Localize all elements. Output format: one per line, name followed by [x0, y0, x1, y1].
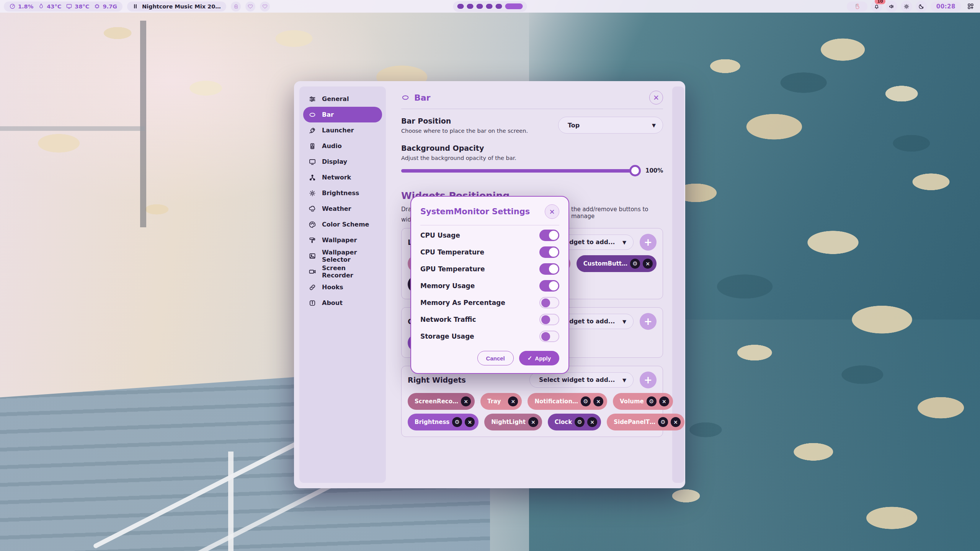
sidebar-item-weather[interactable]: Weather — [303, 201, 382, 217]
workspace-dot[interactable] — [467, 4, 474, 9]
toggle-row-network-traffic: Network Traffic — [420, 311, 559, 328]
add-widget-button[interactable]: + — [640, 372, 657, 388]
cloud-rain-icon — [309, 205, 316, 213]
widget-chip-notification[interactable]: Notification… ⚙ × — [528, 393, 607, 410]
add-widget-button[interactable]: + — [640, 234, 657, 251]
chip-remove-icon[interactable]: × — [671, 417, 681, 427]
widget-chip-screenrecorder[interactable]: ScreenReco… × — [408, 393, 475, 410]
sidebar-item-audio[interactable]: Audio — [303, 138, 382, 154]
sidebar-item-wallpaper[interactable]: Wallpaper — [303, 232, 382, 248]
chevron-down-icon: ▼ — [652, 122, 656, 128]
chip-remove-icon[interactable]: × — [587, 417, 597, 427]
memory-usage-toggle[interactable] — [539, 280, 559, 292]
like-button[interactable] — [260, 2, 270, 11]
workspace-dot-active[interactable] — [505, 3, 523, 9]
background-opacity-slider[interactable] — [401, 169, 640, 173]
sidebar-item-display[interactable]: Display — [303, 154, 382, 170]
bar-position-dropdown[interactable]: Top ▼ — [558, 117, 663, 134]
sidebar-item-screen-recorder[interactable]: Screen Recorder — [303, 264, 382, 279]
bar-position-description: Choose where to place the bar on the scr… — [401, 128, 528, 134]
chip-label: ScreenReco… — [415, 398, 458, 405]
widget-chip-brightness[interactable]: Brightness ⚙ × — [408, 414, 479, 430]
sidebar-item-label: Display — [322, 158, 347, 165]
sidebar-item-label: Screen Recorder — [322, 264, 377, 279]
workspace-dot[interactable] — [477, 4, 483, 9]
sidebar-item-wallpaper-selector[interactable]: Wallpaper Selector — [303, 248, 382, 264]
background-opacity-value: 100% — [645, 167, 663, 174]
overview-button[interactable] — [965, 1, 976, 12]
cpu-temperature-toggle[interactable] — [539, 246, 559, 258]
tray-app-button[interactable] — [847, 2, 867, 11]
right-widget-add-dropdown[interactable]: Select widget to add... ▼ — [529, 372, 634, 388]
widget-chip-volume[interactable]: Volume ⚙ × — [613, 393, 673, 410]
sidebar-item-hooks[interactable]: Hooks — [303, 279, 382, 295]
toggle-row-cpu-temperature: CPU Temperature — [420, 244, 559, 261]
chip-settings-icon[interactable]: ⚙ — [647, 396, 657, 406]
chip-settings-icon[interactable]: ⚙ — [658, 417, 668, 427]
sidebar-item-about[interactable]: About — [303, 295, 382, 311]
brightness-button[interactable] — [901, 1, 912, 12]
toggle-knob — [549, 231, 558, 240]
sidebar-item-label: Wallpaper — [322, 236, 357, 244]
sidebar-item-general[interactable]: General — [303, 91, 382, 107]
chip-settings-icon[interactable]: ⚙ — [630, 259, 640, 269]
toggle-row-memory-as-percentage: Memory As Percentage — [420, 294, 559, 311]
chip-remove-icon[interactable]: × — [508, 396, 518, 406]
workspace-dot[interactable] — [457, 4, 464, 9]
chip-settings-icon[interactable]: ⚙ — [452, 417, 462, 427]
ghost-icon — [233, 3, 239, 10]
toggle-row-cpu-usage: CPU Usage — [420, 227, 559, 244]
chip-label: Clock — [555, 419, 572, 425]
media-player-pill[interactable]: Nightcore Music Mix 20… — [127, 2, 226, 11]
workspace-dot[interactable] — [486, 4, 493, 9]
window-close-button[interactable]: ✕ — [649, 91, 663, 104]
monitor-icon — [66, 3, 72, 10]
favorite-button[interactable] — [245, 2, 255, 11]
modal-close-button[interactable]: ✕ — [545, 204, 559, 219]
gpu-temperature-toggle[interactable] — [539, 263, 559, 275]
volume-button[interactable] — [886, 1, 897, 12]
chip-remove-icon[interactable]: × — [659, 396, 669, 406]
widget-chip-sidepanel[interactable]: SidePanelT… ⚙ × — [607, 414, 684, 430]
hand-sticker-icon — [854, 3, 861, 10]
widget-chip-clock[interactable]: Clock ⚙ × — [548, 414, 601, 430]
speaker-box-icon — [309, 142, 316, 150]
toggle-label: Memory As Percentage — [420, 299, 505, 306]
mascot-button[interactable] — [231, 2, 241, 11]
chip-remove-icon[interactable]: × — [643, 259, 653, 269]
wallpaper-post — [228, 452, 234, 551]
sidebar-item-launcher[interactable]: Launcher — [303, 122, 382, 138]
chip-remove-icon[interactable]: × — [593, 396, 603, 406]
widget-chip-custombutton[interactable]: CustomButt… ⚙ × — [577, 255, 657, 272]
night-light-button[interactable] — [916, 1, 927, 12]
toggle-row-gpu-temperature: GPU Temperature — [420, 261, 559, 277]
chip-remove-icon[interactable]: × — [465, 417, 475, 427]
chip-settings-icon[interactable]: ⚙ — [581, 396, 591, 406]
add-widget-button[interactable]: + — [640, 313, 657, 330]
storage-usage-toggle[interactable] — [539, 331, 559, 342]
systemmonitor-settings-modal: SystemMonitor Settings ✕ CPU Usage CPU T… — [410, 196, 569, 374]
bar-position-row: Bar Position Choose where to place the b… — [401, 117, 663, 134]
network-traffic-toggle[interactable] — [539, 314, 559, 325]
cpu-usage-toggle[interactable] — [539, 230, 559, 241]
sidebar-item-bar[interactable]: Bar — [303, 107, 382, 122]
memory-as-percentage-toggle[interactable] — [539, 297, 559, 308]
bar-oval-icon — [309, 111, 316, 119]
widget-chip-tray[interactable]: Tray × — [480, 393, 522, 410]
workspace-dot[interactable] — [496, 4, 502, 9]
chip-settings-icon[interactable]: ⚙ — [575, 417, 585, 427]
slider-thumb[interactable] — [629, 165, 641, 176]
sidebar-item-network[interactable]: Network — [303, 170, 382, 185]
sidebar-item-brightness[interactable]: Brightness — [303, 185, 382, 201]
chevron-down-icon: ▼ — [622, 319, 626, 324]
sidebar-item-color-scheme[interactable]: Color Scheme — [303, 217, 382, 232]
chip-label: CustomButt… — [583, 260, 627, 267]
chip-remove-icon[interactable]: × — [461, 396, 471, 406]
apply-button[interactable]: ✓ Apply — [519, 351, 559, 365]
system-stats-pill[interactable]: 1.8% 43°C 38°C 9.7G — [4, 2, 122, 11]
chip-remove-icon[interactable]: × — [528, 417, 538, 427]
widget-chip-nightlight[interactable]: NightLight × — [484, 414, 542, 430]
toggle-knob — [541, 298, 550, 307]
clock-pill[interactable]: 00:28 — [931, 2, 961, 11]
cancel-button[interactable]: Cancel — [477, 351, 514, 365]
